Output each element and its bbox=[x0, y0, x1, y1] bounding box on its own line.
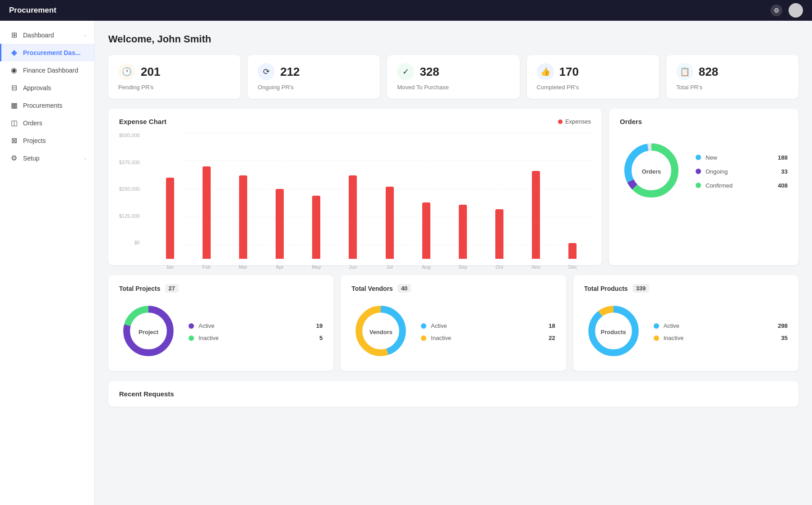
stat-card-top: ⟳ 212 bbox=[258, 63, 370, 80]
legend-color-inactive bbox=[421, 335, 426, 341]
bar-nov bbox=[532, 171, 540, 259]
bar-jul bbox=[386, 187, 394, 259]
legend-val-new: 188 bbox=[778, 154, 788, 161]
total_projects-center-label: Project bbox=[138, 329, 158, 335]
welcome-heading: Welcome, John Smith bbox=[108, 33, 798, 45]
bar-feb bbox=[203, 166, 211, 259]
main-content: Welcome, John Smith 🕐 201 Pending PR's ⟳… bbox=[95, 21, 812, 505]
mid-row: Expense Chart Expenses $500,000$375,000$… bbox=[108, 109, 798, 265]
bar-label-jul: Jul bbox=[387, 264, 393, 270]
bar-group-aug: Aug bbox=[408, 146, 444, 259]
bottom-count: 40 bbox=[397, 284, 411, 293]
sidebar-icon-dashboard: ⊞ bbox=[9, 31, 18, 39]
bottom-row: Total Projects 27 Project Active 19 Inac… bbox=[108, 275, 798, 371]
total_projects-donut-wrap: Project bbox=[119, 302, 178, 362]
bottom-content-total_vendors: Vendors Active 18 Inactive 22 bbox=[351, 302, 555, 362]
legend-val-active: 18 bbox=[549, 322, 555, 329]
sidebar-item-finance-dashboard[interactable]: ◉ Finance Dashboard bbox=[0, 61, 94, 79]
bar-label-oct: Oct bbox=[496, 264, 503, 270]
legend-name-inactive: Inactive bbox=[664, 335, 777, 341]
stat-card-top: 👍 170 bbox=[537, 63, 649, 80]
stat-cards-row: 🕐 201 Pending PR's ⟳ 212 Ongoing PR's ✓ … bbox=[108, 55, 798, 99]
bar-label-aug: Aug bbox=[422, 264, 431, 270]
total-vendors-card: Total Vendors 40 Vendors Active 18 Inact… bbox=[341, 275, 566, 371]
bar-label-sep: Sep bbox=[458, 264, 467, 270]
legend-name-active: Active bbox=[664, 322, 774, 329]
bar-apr bbox=[276, 189, 284, 259]
sidebar-icon-procurement-dashboard: ◈ bbox=[9, 48, 18, 57]
legend-dot-expenses bbox=[558, 119, 563, 124]
stat-card-total: 📋 828 Total PR's bbox=[666, 55, 798, 99]
legend-name-active: Active bbox=[431, 322, 544, 329]
recent-requests-title: Recent Requests bbox=[119, 390, 788, 398]
yaxis-label: $500,000 bbox=[119, 133, 140, 138]
legend-val-ongoing: 33 bbox=[781, 168, 788, 175]
legend-color-inactive bbox=[654, 335, 659, 341]
total_vendors-legend: Active 18 Inactive 22 bbox=[421, 322, 555, 341]
orders-legend-row-new: New 188 bbox=[696, 154, 788, 161]
sidebar-item-orders[interactable]: ◫ Orders bbox=[0, 114, 94, 132]
legend-val-confirmed: 408 bbox=[778, 182, 788, 189]
top-nav: Procurement ⚙ bbox=[0, 0, 812, 21]
bar-group-dec: Dec bbox=[554, 146, 591, 259]
sidebar-icon-setup: ⚙ bbox=[9, 154, 18, 162]
bar-group-apr: Apr bbox=[262, 146, 298, 259]
stat-card-top: 📋 828 bbox=[676, 63, 789, 80]
bottom-count: 339 bbox=[632, 284, 650, 293]
sidebar-item-approvals[interactable]: ⊟ Approvals bbox=[0, 79, 94, 96]
yaxis-label: $125,000 bbox=[119, 213, 140, 219]
orders-center-label: Orders bbox=[642, 168, 661, 175]
bar-label-feb: Feb bbox=[202, 264, 211, 270]
sidebar-item-projects[interactable]: ⊠ Projects bbox=[0, 132, 94, 149]
sidebar-item-dashboard[interactable]: ⊞ Dashboard › bbox=[0, 26, 94, 44]
bottom-title-text: Total Projects bbox=[119, 285, 161, 292]
legend-color-ongoing bbox=[696, 169, 701, 174]
bar-dec bbox=[568, 243, 577, 259]
recent-requests-card: Recent Requests bbox=[108, 381, 798, 407]
topnav-right: ⚙ bbox=[770, 3, 803, 18]
sidebar-label-procurement-dashboard: Procurement Das... bbox=[23, 49, 81, 56]
sidebar-label-approvals: Approvals bbox=[23, 84, 51, 92]
stat-card-ongoing: ⟳ 212 Ongoing PR's bbox=[248, 55, 380, 99]
sidebar-item-procurements[interactable]: ▦ Procurements bbox=[0, 96, 94, 114]
total_products-donut-wrap: Products bbox=[584, 302, 643, 362]
stat-label-completed: Completed PR's bbox=[537, 84, 649, 91]
layout: ⊞ Dashboard › ◈ Procurement Das... ◉ Fin… bbox=[0, 21, 812, 505]
settings-icon[interactable]: ⚙ bbox=[770, 5, 782, 16]
bars-wrapper: Jan Feb Mar Apr May Jun Jul Aug Sep Oct … bbox=[152, 133, 591, 259]
sidebar-item-setup[interactable]: ⚙ Setup › bbox=[0, 149, 94, 167]
orders-card: Orders Orders bbox=[609, 109, 798, 265]
stat-value-completed: 170 bbox=[559, 65, 579, 79]
app-title: Procurement bbox=[9, 6, 56, 15]
stat-card-pending: 🕐 201 Pending PR's bbox=[108, 55, 240, 99]
sidebar: ⊞ Dashboard › ◈ Procurement Das... ◉ Fin… bbox=[0, 21, 95, 505]
bar-group-mar: Mar bbox=[225, 146, 261, 259]
bar-label-mar: Mar bbox=[239, 264, 247, 270]
legend-expenses-label: Expenses bbox=[565, 118, 591, 125]
stat-label-moved: Moved To Purchase bbox=[397, 84, 509, 91]
bar-label-dec: Dec bbox=[568, 264, 577, 270]
stat-card-top: 🕐 201 bbox=[118, 63, 231, 80]
stat-label-total: Total PR's bbox=[676, 84, 789, 91]
bottom-content-total_products: Products Active 298 Inactive 35 bbox=[584, 302, 788, 362]
expense-chart-card: Expense Chart Expenses $500,000$375,000$… bbox=[108, 109, 602, 265]
bottom-card-title-total_vendors: Total Vendors 40 bbox=[351, 284, 555, 293]
orders-legend-row-confirmed: Confirmed 408 bbox=[696, 182, 788, 189]
legend-val-inactive: 22 bbox=[549, 335, 555, 341]
bar-aug bbox=[422, 202, 430, 259]
bar-label-apr: Apr bbox=[276, 264, 284, 270]
legend-row-active: Active 18 bbox=[421, 322, 555, 329]
legend-name-inactive: Inactive bbox=[431, 335, 544, 341]
avatar[interactable] bbox=[789, 3, 803, 18]
sidebar-item-procurement-dashboard[interactable]: ◈ Procurement Das... bbox=[0, 44, 94, 61]
stat-card-moved: ✓ 328 Moved To Purchase bbox=[387, 55, 519, 99]
bar-jan bbox=[166, 178, 174, 259]
sidebar-icon-projects: ⊠ bbox=[9, 136, 18, 145]
bars-area: Jan Feb Mar Apr May Jun Jul Aug Sep Oct … bbox=[152, 133, 591, 259]
legend-val-inactive: 5 bbox=[319, 335, 323, 341]
chevron-icon: › bbox=[84, 32, 86, 38]
bar-oct bbox=[495, 209, 503, 259]
legend-row-active: Active 298 bbox=[654, 322, 788, 329]
y-axis: $500,000$375,000$250,000$125,000$0 bbox=[119, 133, 140, 245]
stat-card-top: ✓ 328 bbox=[397, 63, 509, 80]
